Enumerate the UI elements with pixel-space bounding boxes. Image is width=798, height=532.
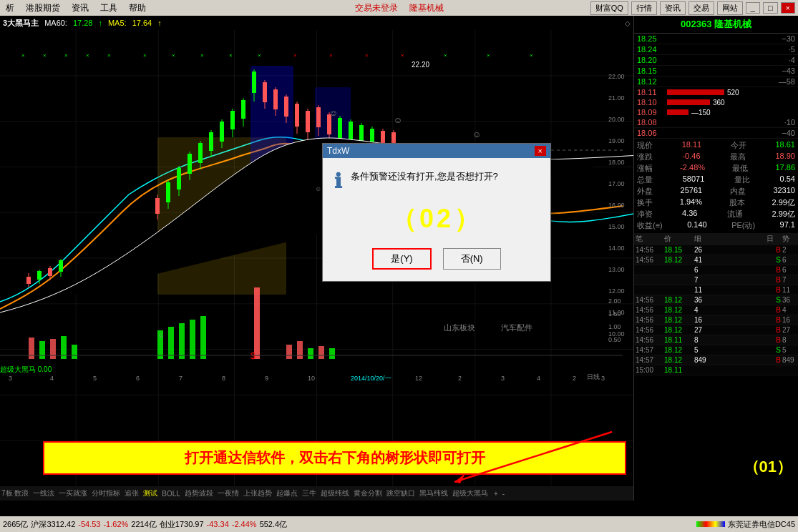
svg-text:22.20: 22.20 [412,61,429,69]
svg-text:13.00: 13.00 [608,266,625,273]
menu-item-析[interactable]: 析 [3,1,17,15]
svg-text:20.00: 20.00 [608,116,625,123]
ind-yiyeqing[interactable]: 一夜情 [218,488,239,498]
dialog-body: ℹ 条件预警还没有打开,您是否想打开? （02） 是(Y) 否(N) [323,158,550,281]
svg-rect-34 [188,154,192,174]
svg-rect-92 [39,341,45,359]
svg-text:×: × [293,52,297,59]
menu-item-工具[interactable]: 工具 [97,1,120,15]
ind-yixianfa[interactable]: 一线法 [33,488,54,498]
trade-row-1: 14:56 18.15 26 B 2 [634,245,798,255]
dialog-yes-btn[interactable]: 是(Y) [372,248,431,270]
svg-text:☺: ☺ [157,332,164,339]
wangzhan-btn[interactable]: 网站 [717,1,743,15]
ma60-value: 17.28 [73,19,93,27]
svg-rect-93 [50,339,56,359]
maximize-btn[interactable]: □ [763,2,778,14]
svg-rect-64 [349,122,353,142]
ind-sanniu[interactable]: 三牛 [302,488,316,498]
dialog-info-icon: ℹ [334,169,342,193]
svg-text:14.00: 14.00 [608,245,625,252]
svg-text:×: × [21,52,25,59]
info-change-row: 涨跌 -0.46 最高 18.90 [637,152,795,162]
dialog-icon-row: ℹ 条件预警还没有打开,您是否想打开? [334,169,539,193]
svg-rect-102 [286,345,292,359]
svg-text:×: × [143,52,147,59]
ma60-arrow: ↑ [98,19,102,27]
ind-shulan[interactable]: 7板 数浪 [1,488,29,498]
menu-item-资讯[interactable]: 资讯 [69,1,92,15]
svg-text:×: × [64,52,68,59]
caifuqq-btn[interactable]: 财富QQ [590,1,628,15]
info-income-row: 收益(≡) 0.140 PE(动) 97.1 [637,220,795,231]
trade-row-3: 6 B 6 [634,265,798,275]
ind-boll[interactable]: BOLL [162,490,180,498]
buy-bar-3 [667,109,688,115]
dialog-message: 条件预警还没有打开,您是否想打开? [351,169,498,184]
svg-text:超级大黑马 0.00: 超级大黑马 0.00 [0,365,52,373]
svg-text:×: × [107,52,111,59]
ind-shangzhang[interactable]: 上张趋势 [243,488,272,498]
info-volume-row: 总量 58071 量比 0.54 [637,174,795,185]
ind-qushi[interactable]: 趋势波段 [185,488,213,498]
close-btn[interactable]: × [781,2,795,14]
svg-rect-38 [209,132,213,151]
menu-item-港股期货[interactable]: 港股期货 [23,1,63,15]
info-changepct-row: 涨幅 -2.48% 最低 17.86 [637,163,795,174]
dialog-close-btn[interactable]: × [535,146,546,156]
svg-rect-48 [263,82,267,102]
svg-rect-101 [254,287,260,359]
trade-row-7: 14:56 18.12 4 B 4 [634,305,798,315]
top-menu-right: 财富QQ 行情 资讯 交易 网站 _ □ × [590,1,795,15]
svg-text:10: 10 [308,375,315,382]
ind-fenshi[interactable]: 分时指标 [92,488,120,498]
info-turnover-row: 换手 1.94% 股本 2.99亿 [637,197,795,208]
svg-rect-62 [338,118,342,139]
zixun-btn[interactable]: 资讯 [660,1,686,15]
svg-text:×: × [530,52,533,59]
svg-text:×: × [200,52,204,59]
dialog-titlebar: TdxW × [323,144,550,158]
ind-chaojiweixian[interactable]: 超级纬线 [321,488,349,498]
dialog-no-btn[interactable]: 否(N) [443,248,501,270]
svg-rect-100 [200,316,206,359]
dialog-number: （02） [391,202,482,237]
svg-text:6: 6 [136,375,140,382]
jiaoyi-btn[interactable]: 交易 [688,1,714,15]
dialog-box[interactable]: TdxW × ℹ 条件预警还没有打开,您是否想打开? （02） 是(Y) 否(N… [322,143,551,282]
buy-order-4: 18.08 ·10 [634,117,798,128]
ind-tiaoqing[interactable]: 跳空缺口 [386,488,415,498]
svg-rect-42 [230,111,235,129]
svg-rect-46 [252,72,256,93]
svg-text:2.00: 2.00 [608,297,621,305]
hangqing-btn[interactable]: 行情 [631,1,657,15]
ma5-value: 17.64 [132,19,152,27]
ind-qibao[interactable]: 起爆点 [276,488,298,498]
trade-row-10: 14:56 18.11 8 B 8 [634,335,798,345]
menu-item-帮助[interactable]: 帮助 [126,1,149,15]
sell-order-5: 18.25 −30 [634,34,798,44]
minimize-btn[interactable]: _ [746,2,760,14]
chart-topbar: 3大黑马主 MA60: 17.28 ↑ MA5: 17.64 ↑ ◇ [0,16,633,30]
ind-yimaijuzhang[interactable]: 一买就涨 [59,488,87,498]
svg-text:☺: ☺ [329,108,338,118]
svg-text:×: × [401,52,404,59]
svg-text:×: × [487,52,490,59]
trade-row-2: 14:56 18.12 41 S 6 [634,255,798,265]
ma5-arrow: ↑ [157,19,162,27]
svg-rect-99 [190,320,195,359]
annotation-arrow-svg [412,425,626,496]
ind-ceshi[interactable]: 测试 [143,488,157,498]
info-current-price-row: 现价 18.11 今开 18.61 [637,140,795,151]
svg-text:☺: ☺ [472,129,481,139]
signal-bars [696,521,725,527]
trade-table-header: 笔 价 细 日 势 [634,233,798,245]
top-menu-bar: 析 港股期货 资讯 工具 帮助 交易未登录 隆基机械 财富QQ 行情 资讯 交易… [0,0,798,16]
svg-text:4: 4 [537,375,540,382]
ind-huangjin[interactable]: 黄金分割 [354,488,382,498]
svg-line-152 [454,432,612,482]
svg-text:日线: 日线 [587,373,600,380]
sell-order-2: 18.15 −43 [634,66,798,77]
ind-zhaizhang[interactable]: 追张 [125,488,139,498]
svg-rect-50 [273,89,278,109]
